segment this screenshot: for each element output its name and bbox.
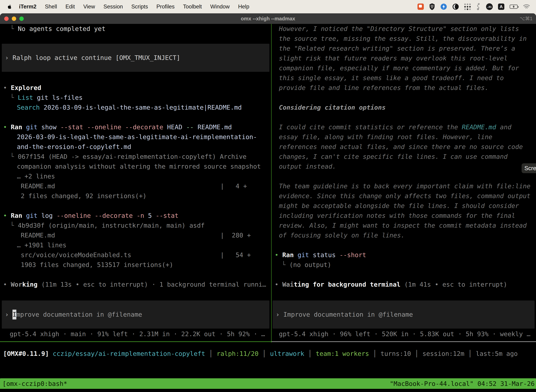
right-input-box[interactable]: › Improve documentation in @filename (273, 300, 535, 329)
screen: iTerm2 Shell Edit View Session Scripts P… (0, 0, 536, 392)
transcript-line: and-the-erosion-of-copyleft.md (0, 142, 271, 152)
left-pane-top-lines: └ No agents completed yet (0, 24, 271, 34)
window-shortcut-badge: ⌥⌘1 (520, 16, 532, 21)
transcript-line: 2 files changed, 92 insertions(+) (0, 191, 271, 201)
menu-item-view[interactable]: View (79, 4, 99, 10)
transcript-line: 2026-03-09-is-legal-the-same-as-legitima… (0, 132, 271, 142)
transcript-line: slight risk that future readers may over… (272, 53, 536, 63)
title-bar[interactable]: omx --xhigh --madmax ⌥⌘1 (0, 13, 536, 24)
blank-line (272, 270, 536, 280)
transcript-line: • Ran git log --oneline --decorate -n 5 … (0, 211, 271, 221)
blue-bolt-icon[interactable] (440, 3, 447, 10)
transcript-line: The team guideline is to back every impo… (272, 181, 536, 191)
transcript-line: the source tree, missing the essay. Stil… (272, 34, 536, 44)
input-placeholder-text: Improve documentation in @filename (283, 310, 413, 319)
blank-line (272, 171, 536, 181)
apple-menu-icon[interactable] (7, 4, 12, 9)
transcript-line: README.md| 280 + (0, 230, 271, 240)
transcript-line: • Ran git status --short (272, 250, 536, 260)
screen-overlay-button[interactable]: Scre (522, 163, 536, 173)
chat-app-icon[interactable] (417, 4, 424, 10)
window-title: omx --xhigh --madmax (0, 16, 536, 22)
right-pane[interactable]: However, I noticed the "Directory Struct… (272, 24, 536, 342)
transcript-line: Considering citation options (272, 103, 536, 112)
blank-line (272, 240, 536, 250)
right-pane-border (272, 341, 536, 342)
text-cursor: I (13, 310, 16, 319)
blank-line (0, 201, 271, 211)
omx-status-bar: [OMX#0.11.9] cczip/essay/ai-reimplementa… (0, 342, 536, 378)
transcript-line: • Working (11m 13s • esc to interrupt) ·… (0, 280, 271, 289)
transcript-line: src/voice/voiceModeEnabled.ts| 54 + (0, 250, 271, 260)
terminal-window: omx --xhigh --madmax ⌥⌘1 └ No agents com… (0, 13, 536, 392)
menu-item-help[interactable]: Help (234, 4, 254, 10)
left-pane[interactable]: └ No agents completed yet › Ralph loop a… (0, 24, 272, 342)
transcript-line: of focusing solely on file lines. (272, 230, 536, 240)
menu-item-iterm2[interactable]: iTerm2 (15, 4, 41, 10)
transcript-line: review. Also, I might want to inspect th… (272, 221, 536, 230)
menu-items: iTerm2 Shell Edit View Session Scripts P… (15, 4, 254, 10)
menu-item-shell[interactable]: Shell (41, 4, 61, 10)
right-pane-transcript: However, I noticed the "Directory Struct… (272, 24, 536, 289)
transcript-line: Search 2026-03-09-is-legal-the-same-as-l… (0, 103, 271, 112)
transcript-line: this single essay, it seems like a good … (272, 73, 536, 83)
menu-item-session[interactable]: Session (99, 4, 127, 10)
tmux-panes: └ No agents completed yet › Ralph loop a… (0, 24, 536, 342)
prompt-chevron: › (2, 310, 13, 319)
crescent-icon[interactable] (452, 3, 459, 10)
transcript-line: … +1901 lines (0, 240, 271, 250)
tmux-host-clock: "MacBook-Pro-44.local" 04:52 31-Mar-26 (390, 380, 536, 387)
transcript-line: essay file, along with finding root file… (272, 132, 536, 142)
transcript-line: including verification notes with those … (272, 211, 536, 221)
transcript-line: README.md| 4 + (0, 181, 271, 191)
dots-grid-icon[interactable] (464, 3, 471, 10)
left-pane-active-border (0, 341, 271, 342)
transcript-line: … +2 lines (0, 171, 271, 181)
transcript-line: references need actual files, and since … (272, 142, 536, 152)
counter-badge-icon[interactable]: ..61 (486, 3, 493, 10)
transcript-line: └ List git ls-files (0, 93, 271, 103)
transcript-line: changes, I can't cite specific file line… (272, 152, 536, 162)
transcript-line: the "Related research writing" section i… (272, 44, 536, 53)
blank-line (272, 93, 536, 103)
menu-item-toolbelt[interactable]: Toolbelt (179, 4, 206, 10)
transcript-line: companion analysis without altering the … (0, 162, 271, 171)
menu-item-profiles[interactable]: Profiles (152, 4, 179, 10)
left-pane-transcript: • Explored└ List git ls-filesSearch 2026… (0, 83, 271, 289)
prompt-chevron: › (273, 310, 283, 319)
a-badge-icon[interactable]: A (498, 4, 504, 10)
history-command-text: Ralph loop active continue [OMX_TMUX_INJ… (13, 53, 180, 63)
transcript-line: • Waiting for background terminal (1m 41… (272, 280, 536, 289)
blank-line (0, 270, 271, 280)
transcript-line: └ 4b9d30f (origin/main, instructkr/main,… (0, 221, 271, 230)
menu-item-window[interactable]: Window (206, 4, 234, 10)
tmux-status-bar: [omx-cczip0:bash* "MacBook-Pro-44.local"… (0, 378, 536, 389)
omx-status-line: [OMX#0.11.9] cczip/essay/ai-reimplementa… (0, 342, 536, 359)
transcript-line: • Explored (0, 83, 271, 93)
wifi-icon[interactable] (523, 4, 530, 9)
squiggle-icon[interactable] (476, 3, 481, 10)
shield-grid-icon[interactable] (429, 3, 435, 10)
transcript-line: provide file and line references from th… (272, 83, 536, 93)
prompt-chevron: › (2, 53, 13, 63)
menu-bar: iTerm2 Shell Edit View Session Scripts P… (0, 0, 536, 13)
left-model-status-line: gpt-5.4 xhigh · main · 91% left · 2.31M … (0, 329, 271, 339)
tmux-session-label[interactable]: [omx-cczip0:bash* (0, 380, 67, 387)
blank-line (0, 112, 271, 122)
transcript-line: companion file, especially if more comme… (272, 63, 536, 73)
transcript-line: might be acceptable alongside the file l… (272, 201, 536, 211)
menu-item-edit[interactable]: Edit (61, 4, 79, 10)
transcript-line: I could cite commit statistics or refere… (272, 122, 536, 132)
transcript-line: However, I noticed the "Directory Struct… (272, 24, 536, 34)
battery-icon[interactable] (510, 5, 518, 9)
menu-item-scripts[interactable]: Scripts (127, 4, 152, 10)
input-placeholder-text: mprove documentation in @filename (16, 310, 142, 319)
menu-status-icons: ..61 A (417, 3, 530, 10)
blank-line (272, 112, 536, 122)
transcript-line: └ (no output) (272, 260, 536, 270)
left-input-box[interactable]: › Improve documentation in @filename (2, 300, 269, 329)
left-history-box: › Ralph loop active continue [OMX_TMUX_I… (2, 44, 269, 72)
transcript-line: └ 067f154 (HEAD -> essay/ai-reimplementa… (0, 152, 271, 162)
transcript-line: evidence. Since this change only affects… (272, 191, 536, 201)
right-model-status-line: gpt-5.4 xhigh · 96% left · 520K in · 5.8… (272, 329, 536, 339)
